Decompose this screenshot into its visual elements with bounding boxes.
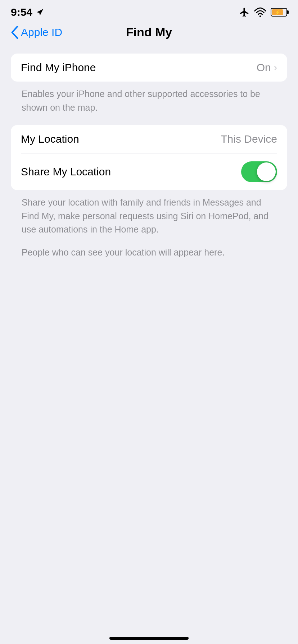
page-title: Find My <box>126 25 172 39</box>
location-arrow-icon <box>36 8 44 16</box>
my-location-row: My Location This Device <box>11 125 287 153</box>
find-my-iphone-chevron-icon: › <box>274 62 277 73</box>
find-my-iphone-value: On › <box>257 61 277 74</box>
nav-bar: Apple ID Find My <box>0 22 298 46</box>
toggle-knob <box>257 162 276 181</box>
wifi-icon <box>254 7 266 17</box>
status-icons: ⚡ <box>239 7 287 18</box>
find-my-iphone-status: On <box>257 61 271 74</box>
svg-point-0 <box>259 15 261 17</box>
location-card: My Location This Device Share My Locatio… <box>11 125 287 190</box>
find-my-iphone-card[interactable]: Find My iPhone On › <box>11 54 287 82</box>
status-bar: 9:54 ⚡ <box>0 0 298 22</box>
share-my-location-label: Share My Location <box>21 166 111 178</box>
share-my-location-toggle[interactable] <box>241 161 277 182</box>
share-location-description: Share your location with family and frie… <box>22 196 276 236</box>
content: Find My iPhone On › Enables your iPhone … <box>0 46 298 272</box>
status-time: 9:54 <box>11 6 44 18</box>
find-my-iphone-label: Find My iPhone <box>21 61 96 74</box>
back-chevron-icon <box>11 26 19 39</box>
my-location-value: This Device <box>221 133 277 145</box>
find-my-iphone-row[interactable]: Find My iPhone On › <box>11 54 287 82</box>
back-button[interactable]: Apple ID <box>11 26 62 39</box>
share-my-location-row[interactable]: Share My Location <box>11 153 287 190</box>
airplane-icon <box>239 7 250 18</box>
people-location-text: People who can see your location will ap… <box>22 247 276 258</box>
my-location-label: My Location <box>21 133 79 145</box>
home-indicator <box>109 637 189 640</box>
find-my-iphone-description: Enables your iPhone and other supported … <box>22 87 276 114</box>
battery-icon: ⚡ <box>271 8 287 17</box>
back-label: Apple ID <box>21 26 62 38</box>
time-label: 9:54 <box>11 6 32 18</box>
